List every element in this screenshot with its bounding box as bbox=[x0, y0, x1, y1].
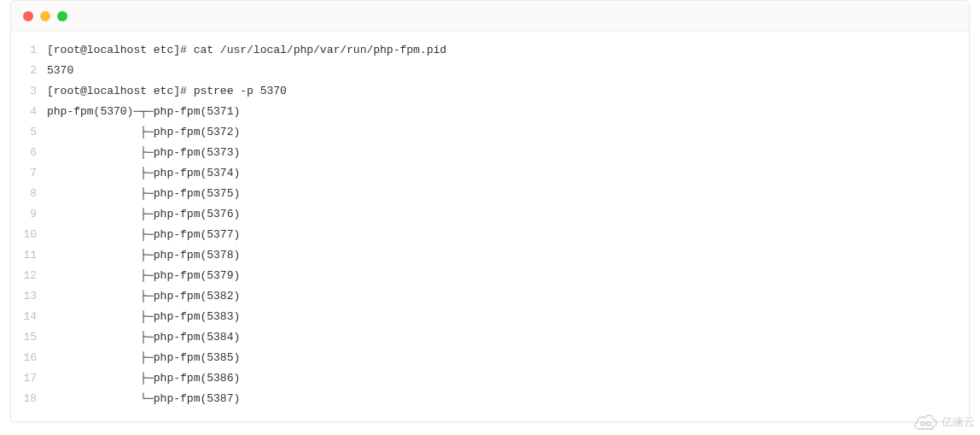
line-number: 7 bbox=[11, 163, 37, 184]
code-line: └─php-fpm(5387) bbox=[47, 389, 969, 409]
line-number: 14 bbox=[11, 307, 37, 327]
code-line: ├─php-fpm(5375) bbox=[47, 184, 969, 204]
code-line: ├─php-fpm(5378) bbox=[47, 245, 969, 266]
line-number: 4 bbox=[11, 102, 37, 122]
window-titlebar bbox=[11, 1, 969, 32]
line-number: 5 bbox=[11, 122, 37, 143]
minimize-icon[interactable] bbox=[40, 11, 50, 21]
code-line: 5370 bbox=[47, 61, 969, 81]
code-area: 123456789101112131415161718 [root@localh… bbox=[11, 32, 969, 421]
svg-point-1 bbox=[927, 422, 930, 426]
svg-point-0 bbox=[921, 422, 925, 426]
line-number: 1 bbox=[11, 40, 37, 61]
zoom-icon[interactable] bbox=[57, 11, 67, 21]
code-line: ├─php-fpm(5376) bbox=[47, 204, 969, 225]
watermark: 亿速云 bbox=[914, 414, 975, 430]
code-line: ├─php-fpm(5379) bbox=[47, 266, 969, 286]
line-number: 3 bbox=[11, 81, 37, 102]
code-line: ├─php-fpm(5384) bbox=[47, 327, 969, 348]
code-line: [root@localhost etc]# cat /usr/local/php… bbox=[47, 40, 969, 61]
close-icon[interactable] bbox=[23, 11, 33, 21]
line-number: 12 bbox=[11, 266, 37, 286]
line-number: 13 bbox=[11, 286, 37, 307]
code-line: ├─php-fpm(5373) bbox=[47, 143, 969, 163]
code-line: ├─php-fpm(5377) bbox=[47, 225, 969, 245]
terminal-window: 123456789101112131415161718 [root@localh… bbox=[10, 0, 970, 422]
code-line: ├─php-fpm(5374) bbox=[47, 163, 969, 184]
line-number: 11 bbox=[11, 245, 37, 266]
line-number-gutter: 123456789101112131415161718 bbox=[11, 40, 47, 409]
line-number: 6 bbox=[11, 143, 37, 163]
code-line: ├─php-fpm(5383) bbox=[47, 307, 969, 327]
line-number: 2 bbox=[11, 61, 37, 81]
code-line: ├─php-fpm(5385) bbox=[47, 348, 969, 368]
line-number: 15 bbox=[11, 327, 37, 348]
code-line: ├─php-fpm(5382) bbox=[47, 286, 969, 307]
cloud-icon bbox=[914, 414, 938, 430]
line-number: 8 bbox=[11, 184, 37, 204]
code-line: [root@localhost etc]# pstree -p 5370 bbox=[47, 81, 969, 102]
watermark-text: 亿速云 bbox=[942, 414, 975, 430]
line-number: 17 bbox=[11, 368, 37, 389]
line-number: 18 bbox=[11, 389, 37, 409]
code-line: ├─php-fpm(5386) bbox=[47, 368, 969, 389]
code-line: php-fpm(5370)─┬─php-fpm(5371) bbox=[47, 102, 969, 122]
line-number: 9 bbox=[11, 204, 37, 225]
line-number: 10 bbox=[11, 225, 37, 245]
code-content: [root@localhost etc]# cat /usr/local/php… bbox=[47, 40, 969, 409]
line-number: 16 bbox=[11, 348, 37, 368]
code-line: ├─php-fpm(5372) bbox=[47, 122, 969, 143]
